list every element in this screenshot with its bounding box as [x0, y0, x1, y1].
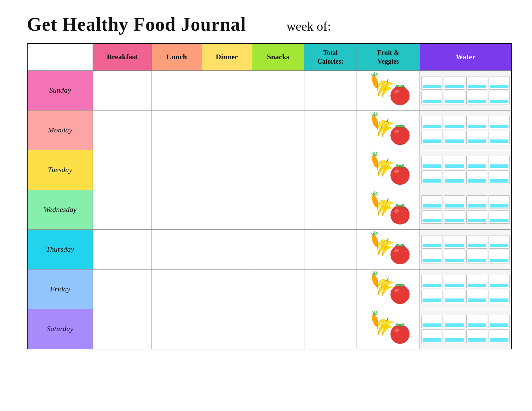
water-glass[interactable] [421, 290, 442, 303]
th-fruits: Fruit &Veggies [357, 43, 420, 70]
lunch-cell-tuesday[interactable] [152, 150, 202, 190]
dinner-cell-saturday[interactable] [202, 309, 252, 349]
breakfast-cell-thursday[interactable] [93, 229, 152, 269]
water-glass[interactable] [489, 91, 510, 104]
breakfast-cell-saturday[interactable] [93, 309, 152, 349]
fruit-veggie-cell-friday [357, 269, 420, 309]
calories-cell-saturday[interactable] [304, 309, 357, 349]
breakfast-cell-tuesday[interactable] [93, 150, 152, 190]
water-glass[interactable] [466, 156, 488, 169]
water-glass[interactable] [466, 131, 488, 144]
water-glass[interactable] [489, 235, 510, 249]
water-glass[interactable] [466, 210, 488, 224]
water-glass[interactable] [489, 315, 510, 328]
water-glass[interactable] [489, 210, 510, 224]
breakfast-cell-wednesday[interactable] [93, 190, 152, 229]
snacks-cell-wednesday[interactable] [252, 190, 304, 229]
water-glass[interactable] [466, 170, 488, 184]
water-glass[interactable] [421, 170, 442, 184]
water-glass[interactable] [444, 195, 465, 209]
water-glass[interactable] [466, 290, 488, 303]
water-cell-sunday[interactable] [420, 70, 511, 110]
water-glass[interactable] [489, 76, 510, 90]
water-glass[interactable] [466, 315, 488, 328]
water-cell-wednesday[interactable] [420, 190, 511, 229]
water-glass[interactable] [444, 275, 465, 288]
water-glass[interactable] [421, 315, 442, 328]
snacks-cell-thursday[interactable] [252, 229, 304, 269]
water-glass[interactable] [444, 116, 465, 129]
water-glass[interactable] [421, 235, 442, 249]
water-glass[interactable] [466, 250, 488, 263]
breakfast-cell-friday[interactable] [93, 269, 152, 309]
water-glass[interactable] [421, 76, 442, 90]
lunch-cell-thursday[interactable] [152, 229, 202, 269]
water-cell-thursday[interactable] [420, 229, 511, 269]
snacks-cell-saturday[interactable] [252, 309, 304, 349]
breakfast-cell-sunday[interactable] [93, 70, 152, 110]
water-cell-tuesday[interactable] [420, 150, 511, 190]
lunch-cell-monday[interactable] [152, 110, 202, 150]
lunch-cell-sunday[interactable] [152, 70, 202, 110]
water-cell-friday[interactable] [420, 269, 511, 309]
snacks-cell-sunday[interactable] [252, 70, 304, 110]
water-glass[interactable] [444, 315, 465, 328]
water-glass[interactable] [421, 156, 442, 169]
water-glass[interactable] [444, 250, 465, 263]
calories-cell-sunday[interactable] [304, 70, 357, 110]
water-glass[interactable] [421, 91, 442, 104]
water-glass[interactable] [466, 235, 488, 249]
water-glass[interactable] [444, 329, 465, 343]
water-glass[interactable] [466, 275, 488, 288]
water-glass[interactable] [421, 329, 442, 343]
water-cell-saturday[interactable] [420, 309, 511, 349]
dinner-cell-sunday[interactable] [202, 70, 252, 110]
water-glass[interactable] [444, 235, 465, 249]
dinner-cell-thursday[interactable] [202, 229, 252, 269]
calories-cell-friday[interactable] [304, 269, 357, 309]
water-glass[interactable] [466, 195, 488, 209]
breakfast-cell-monday[interactable] [93, 110, 152, 150]
water-glass[interactable] [489, 250, 510, 263]
dinner-cell-friday[interactable] [202, 269, 252, 309]
water-glass[interactable] [489, 116, 510, 129]
dinner-cell-tuesday[interactable] [202, 150, 252, 190]
water-glass[interactable] [489, 275, 510, 288]
water-glass[interactable] [466, 116, 488, 129]
water-glass[interactable] [489, 170, 510, 184]
calories-cell-wednesday[interactable] [304, 190, 357, 229]
water-glass[interactable] [421, 275, 442, 288]
calories-cell-monday[interactable] [304, 110, 357, 150]
water-glass[interactable] [444, 131, 465, 144]
snacks-cell-monday[interactable] [252, 110, 304, 150]
water-glass[interactable] [489, 156, 510, 169]
snacks-cell-tuesday[interactable] [252, 150, 304, 190]
water-glass[interactable] [421, 210, 442, 224]
dinner-cell-monday[interactable] [202, 110, 252, 150]
snacks-cell-friday[interactable] [252, 269, 304, 309]
water-glass[interactable] [444, 170, 465, 184]
calories-cell-thursday[interactable] [304, 229, 357, 269]
water-glass[interactable] [421, 250, 442, 263]
water-glass[interactable] [489, 195, 510, 209]
water-glass[interactable] [421, 195, 442, 209]
lunch-cell-wednesday[interactable] [152, 190, 202, 229]
water-cell-monday[interactable] [420, 110, 511, 150]
water-glass[interactable] [466, 329, 488, 343]
water-glass[interactable] [444, 290, 465, 303]
water-glass[interactable] [444, 76, 465, 90]
water-glass[interactable] [489, 290, 510, 303]
water-glass[interactable] [444, 91, 465, 104]
water-glass[interactable] [489, 329, 510, 343]
lunch-cell-friday[interactable] [152, 269, 202, 309]
water-glass[interactable] [444, 156, 465, 169]
water-glass[interactable] [466, 76, 488, 90]
water-glass[interactable] [444, 210, 465, 224]
water-glass[interactable] [489, 131, 510, 144]
lunch-cell-saturday[interactable] [152, 309, 202, 349]
water-glass[interactable] [421, 131, 442, 144]
calories-cell-tuesday[interactable] [304, 150, 357, 190]
water-glass[interactable] [421, 116, 442, 129]
dinner-cell-wednesday[interactable] [202, 190, 252, 229]
water-glass[interactable] [466, 91, 488, 104]
